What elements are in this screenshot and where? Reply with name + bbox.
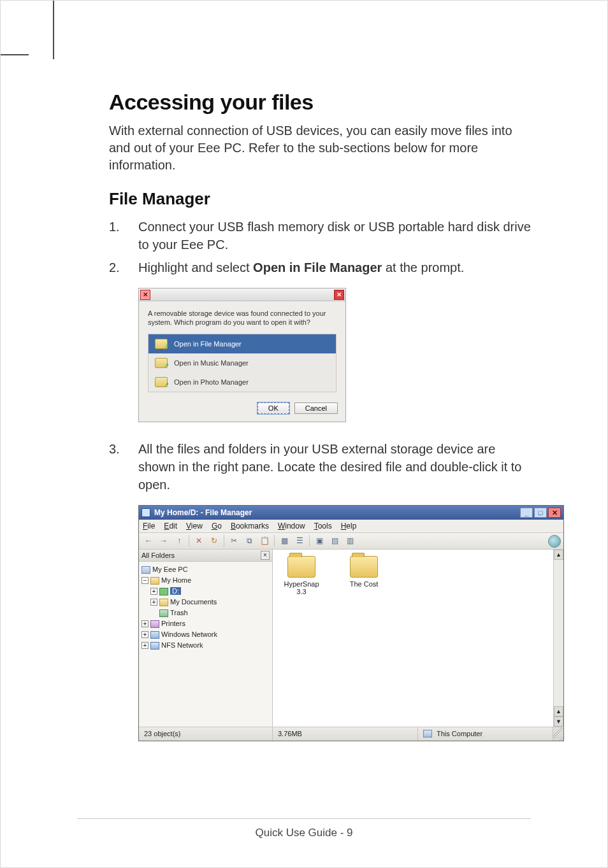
item-label: HyperSnap [279, 580, 324, 588]
folder-icon [159, 599, 168, 606]
view-list-button[interactable]: ☰ [294, 535, 305, 546]
option-label: Open in Photo Manager [174, 378, 249, 386]
page-footer: Quick Use Guide - 9 [1, 827, 607, 839]
step-text-pre: Highlight and select [138, 260, 253, 274]
menu-tools[interactable]: Tools [314, 522, 332, 530]
view-small-button[interactable]: ▤ [329, 535, 340, 546]
tree-node-my-documents[interactable]: +My Documents [141, 597, 270, 608]
reload-button[interactable]: ↻ [208, 535, 220, 546]
menu-window[interactable]: Window [278, 522, 305, 530]
forward-button[interactable]: → [158, 535, 170, 546]
menu-edit[interactable]: Edit [164, 522, 177, 530]
dialog-message: A removable storage device was found con… [148, 309, 337, 327]
toolbar-separator [189, 535, 189, 546]
tree-header-label: All Folders [141, 551, 175, 559]
option-label: Open in Music Manager [174, 359, 249, 367]
folder-icon [155, 339, 168, 349]
status-bar: 23 object(s) 3.76MB This Computer [139, 727, 563, 741]
resize-grip[interactable] [553, 727, 563, 741]
step-text: All the files and folders in your USB ex… [138, 440, 531, 494]
paste-button[interactable]: 📋 [259, 535, 270, 546]
step-text: Connect your USB flash memory disk or US… [138, 218, 531, 253]
status-location: This Computer [418, 727, 553, 741]
vertical-scrollbar[interactable]: ▲ ▲ ▼ [553, 550, 563, 727]
network-icon [150, 642, 159, 650]
drive-icon [159, 588, 168, 595]
toolbar-separator [274, 535, 275, 546]
tree-node-eee-pc[interactable]: My Eee PC [141, 564, 270, 575]
tree-node-windows-network[interactable]: +Windows Network [141, 629, 270, 640]
view-details-button[interactable]: ▥ [344, 535, 356, 546]
item-label: 3.3 [279, 588, 324, 595]
minimize-button[interactable]: _ [520, 508, 533, 518]
crop-mark-horizontal [1, 54, 29, 55]
ok-button[interactable]: OK [257, 402, 289, 414]
up-button[interactable]: ↑ [173, 535, 185, 546]
toolbar-separator [309, 535, 310, 546]
expand-toggle[interactable]: + [150, 588, 157, 595]
option-open-music-manager[interactable]: Open in Music Manager [148, 353, 336, 373]
collapse-toggle[interactable]: − [141, 577, 148, 584]
status-size: 3.76MB [273, 727, 418, 741]
file-manager-window: My Home/D: - File Manager _ □ ✕ File Edi… [138, 505, 564, 741]
app-icon [141, 508, 150, 517]
intro-paragraph: With external connection of USB devices,… [109, 122, 531, 174]
menu-bookmarks[interactable]: Bookmarks [231, 522, 269, 530]
window-title: My Home/D: - File Manager [154, 508, 252, 517]
view-icons-button[interactable]: ▦ [279, 535, 290, 546]
step-number: 3. [109, 440, 138, 494]
close-button[interactable]: ✕ [548, 508, 561, 518]
expand-toggle[interactable]: + [141, 631, 148, 638]
tree-node-drive-d[interactable]: +D: [141, 586, 270, 597]
tree-close-button[interactable]: × [261, 551, 270, 560]
tree-node-my-home[interactable]: −My Home [141, 575, 270, 586]
folder-item[interactable]: HyperSnap 3.3 [279, 556, 324, 595]
close-button[interactable]: ✕ [334, 290, 344, 300]
tree-node-trash[interactable]: Trash [141, 608, 270, 618]
menu-file[interactable]: File [143, 522, 155, 530]
folder-icon [287, 556, 315, 578]
cancel-button[interactable]: Cancel [294, 402, 338, 414]
scroll-down-button[interactable]: ▼ [554, 716, 563, 727]
expand-toggle[interactable]: + [141, 642, 148, 649]
scroll-up-small-button[interactable]: ▲ [554, 706, 563, 716]
page-heading: Accessing your files [109, 90, 531, 115]
file-list-pane[interactable]: HyperSnap 3.3 The Cost ▲ ▲ ▼ [273, 550, 563, 727]
copy-button[interactable]: ⧉ [243, 535, 255, 546]
crop-mark-vertical [53, 1, 54, 59]
view-large-button[interactable]: ▣ [314, 535, 325, 546]
folder-icon [350, 556, 378, 578]
menu-view[interactable]: View [186, 522, 203, 530]
computer-icon [423, 730, 432, 737]
computer-icon [141, 566, 150, 574]
menu-bar: File Edit View Go Bookmarks Window Tools… [139, 520, 563, 533]
option-open-file-manager[interactable]: Open in File Manager [148, 334, 336, 353]
menu-go[interactable]: Go [212, 522, 222, 530]
tree-node-nfs-network[interactable]: +NFS Network [141, 640, 270, 651]
menu-help[interactable]: Help [341, 522, 357, 530]
section-heading: File Manager [109, 189, 531, 209]
window-titlebar: My Home/D: - File Manager _ □ ✕ [139, 506, 563, 520]
home-icon [150, 577, 159, 585]
delete-button[interactable]: ✕ [193, 535, 205, 546]
option-open-photo-manager[interactable]: Open in Photo Manager [148, 373, 336, 392]
tree-node-printers[interactable]: +Printers [141, 618, 270, 629]
back-button[interactable]: ← [143, 535, 154, 546]
dialog-option-list: Open in File Manager Open in Music Manag… [148, 334, 337, 392]
item-label: The Cost [342, 580, 386, 588]
scroll-track[interactable] [554, 560, 563, 706]
expand-toggle[interactable]: + [141, 620, 148, 627]
option-label: Open in File Manager [174, 340, 242, 348]
folder-item[interactable]: The Cost [342, 556, 386, 588]
scroll-up-button[interactable]: ▲ [554, 550, 563, 560]
cut-button[interactable]: ✂ [228, 535, 240, 546]
step-number: 2. [109, 259, 138, 276]
network-icon [150, 631, 159, 639]
footer-rule [77, 818, 531, 819]
toolbar: ← → ↑ ✕ ↻ ✂ ⧉ 📋 ▦ ☰ ▣ ▤ ▥ [139, 533, 563, 550]
maximize-button[interactable]: □ [534, 508, 547, 518]
dialog-titlebar: ✕ ✕ [139, 288, 345, 301]
expand-toggle[interactable]: + [150, 599, 157, 606]
status-objects: 23 object(s) [139, 727, 273, 741]
device-prompt-dialog: ✕ ✕ A removable storage device was found… [138, 288, 346, 422]
